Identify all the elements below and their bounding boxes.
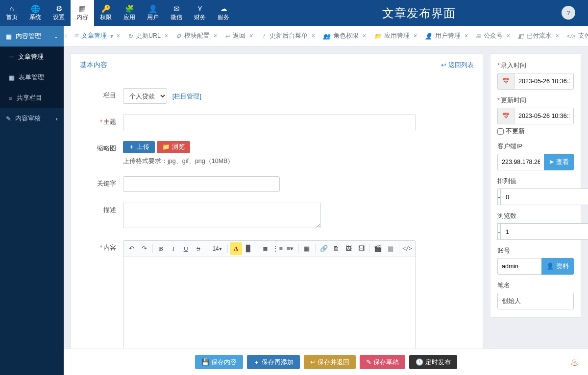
penname-input[interactable]: [497, 293, 574, 309]
label-keywords: 关键字: [80, 176, 123, 191]
undo-button[interactable]: ↶: [125, 242, 138, 255]
underline-button[interactable]: U: [180, 242, 192, 255]
tab-wechat-mp[interactable]: ✉公众号✕: [473, 29, 513, 44]
font-color-button[interactable]: A: [230, 242, 242, 255]
nav-settings[interactable]: ⚙设置: [47, 0, 71, 26]
embed-button[interactable]: ▥: [384, 242, 396, 255]
tab-articles[interactable]: ≣文章管理▾✕: [71, 29, 123, 44]
view-ip-button[interactable]: ➤查看: [544, 154, 574, 170]
close-icon[interactable]: ✕: [506, 33, 510, 39]
label-update-time: 更新时间: [501, 97, 526, 104]
align-button[interactable]: ≡▾: [284, 242, 296, 255]
unordered-list-button[interactable]: ⋮≡: [271, 242, 284, 255]
tab-update-url[interactable]: ↻更新URL✕: [125, 29, 171, 44]
close-icon[interactable]: ✕: [413, 33, 417, 39]
schedule-button[interactable]: 🕒定时发布: [409, 355, 457, 369]
media-button[interactable]: 🎞: [355, 242, 367, 255]
desc-textarea[interactable]: [123, 203, 321, 228]
category-manage-link[interactable]: [栏目管理]: [172, 93, 201, 100]
browse-button[interactable]: 📁浏览: [157, 141, 190, 153]
back-to-list-link[interactable]: 返回列表: [441, 61, 474, 70]
sidebar-item-forms[interactable]: ▦表单管理: [0, 67, 64, 88]
sidebar-submenu: ≣文章管理 ▦表单管理 ≡共享栏目: [0, 47, 64, 108]
sidebar-item-shared[interactable]: ≡共享栏目: [0, 88, 64, 108]
save-back-button[interactable]: ↩保存并返回: [304, 355, 356, 369]
nav-content[interactable]: ▦内容: [71, 0, 94, 26]
image-button[interactable]: 🖼: [343, 242, 355, 255]
sort-stepper[interactable]: - +: [497, 188, 574, 205]
keywords-input[interactable]: [123, 176, 280, 192]
nav-service[interactable]: ☁服务: [212, 0, 235, 26]
tab-module-cfg[interactable]: ⚙模块配置✕: [173, 29, 220, 44]
reply-icon: ↩: [310, 359, 316, 365]
close-icon[interactable]: ✕: [164, 33, 168, 39]
tab-update-admin-menu[interactable]: ＋更新后台菜单✕: [258, 29, 318, 44]
save-add-button[interactable]: ＋保存再添加: [247, 355, 300, 369]
close-icon[interactable]: ✕: [464, 33, 468, 39]
redo-button[interactable]: ↷: [138, 242, 150, 255]
sidebar-item-articles[interactable]: ≣文章管理: [0, 47, 64, 67]
nav-wechat[interactable]: ✉微信: [165, 0, 188, 26]
tab-back[interactable]: ↩返回✕: [222, 29, 256, 44]
edit-icon: ✎: [6, 115, 11, 122]
profile-button[interactable]: 👤资料: [541, 258, 574, 275]
nav-user[interactable]: 👤用户: [141, 0, 165, 26]
nav-home[interactable]: ⌂首页: [0, 0, 24, 26]
label-thumb: 缩略图: [80, 141, 123, 156]
account-input[interactable]: [497, 258, 541, 275]
close-icon[interactable]: ✕: [116, 33, 120, 39]
cloud-icon: ☁: [220, 5, 227, 12]
file-button[interactable]: 🗎: [330, 242, 342, 255]
strike-button[interactable]: S: [192, 242, 204, 255]
nav-permission[interactable]: 🔑权限: [94, 0, 118, 26]
close-icon[interactable]: ✕: [362, 33, 366, 39]
globe-icon: 🌐: [31, 5, 40, 12]
input-time-input[interactable]: [514, 73, 574, 90]
sort-input[interactable]: [501, 188, 588, 205]
client-ip-input[interactable]: [497, 154, 544, 170]
close-icon[interactable]: ✕: [555, 33, 559, 39]
tab-role-perm[interactable]: 👥角色权限✕: [320, 29, 369, 44]
label-views: 浏览数: [497, 212, 574, 220]
link-button[interactable]: 🔗: [318, 242, 330, 255]
tab-paid-flow[interactable]: ◧已付流水✕: [515, 29, 562, 44]
tab-user-mgmt[interactable]: 👤用户管理✕: [422, 29, 471, 44]
video-button[interactable]: 🎬: [372, 242, 384, 255]
sidebar-item-review[interactable]: ✎内容审核‹: [0, 108, 64, 129]
folder-icon: 📁: [162, 144, 170, 150]
save-draft-button[interactable]: ✎保存草稿: [360, 355, 405, 369]
bg-color-button[interactable]: ▉: [242, 242, 254, 255]
views-stepper[interactable]: - +: [497, 223, 574, 240]
nav-finance[interactable]: ¥财务: [188, 0, 212, 26]
ordered-list-button[interactable]: ≣: [259, 242, 271, 255]
tab-app-mgmt[interactable]: 📁应用管理✕: [371, 29, 420, 44]
plus-icon: ＋: [253, 359, 260, 365]
italic-button[interactable]: I: [167, 242, 179, 255]
table-button[interactable]: ▦: [301, 242, 313, 255]
source-button[interactable]: </>: [401, 242, 413, 255]
fontsize-select[interactable]: 14 ▾: [209, 242, 225, 255]
flame-icon[interactable]: ♨: [570, 356, 579, 368]
tab-pay-api[interactable]: </>支付接口✕: [564, 29, 588, 44]
label-desc: 描述: [80, 203, 123, 217]
decrement-button[interactable]: -: [497, 223, 501, 240]
upload-button[interactable]: ＋上传: [123, 141, 155, 153]
views-input[interactable]: [501, 223, 588, 240]
close-icon[interactable]: ✕: [213, 33, 217, 39]
sidebar-group-content[interactable]: ▦ 内容管理 ⌄: [0, 26, 64, 47]
update-time-field[interactable]: 📅: [497, 108, 574, 124]
bold-button[interactable]: B: [155, 242, 167, 255]
avatar[interactable]: ?: [562, 6, 575, 20]
category-select[interactable]: 个人贷款: [123, 88, 167, 104]
close-icon[interactable]: ✕: [311, 33, 315, 39]
input-time-field[interactable]: 📅: [497, 73, 574, 90]
nav-apps[interactable]: 🧩应用: [118, 0, 141, 26]
nav-system[interactable]: 🌐系统: [24, 0, 47, 26]
save-button[interactable]: 💾保存内容: [195, 355, 243, 369]
update-time-input[interactable]: [514, 108, 574, 124]
subject-input[interactable]: [123, 115, 416, 130]
close-icon[interactable]: ✕: [248, 33, 253, 39]
no-update-checkbox[interactable]: 不更新: [497, 127, 574, 136]
puzzle-icon: 🧩: [125, 5, 134, 12]
decrement-button[interactable]: -: [497, 188, 501, 205]
